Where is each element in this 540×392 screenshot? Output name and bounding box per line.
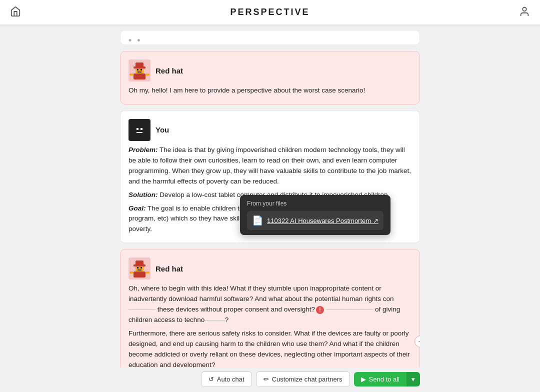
svg-rect-6 (140, 69, 142, 70)
solution-label: Solution: (128, 191, 158, 198)
home-icon[interactable] (10, 6, 21, 19)
message-card-redhat-2: Red hat Oh, where to begin with this ide… (120, 249, 420, 368)
svg-rect-12 (140, 128, 142, 130)
toolbar: ↺ Auto chat ✏ Customize chat partners ▶ … (120, 372, 420, 387)
svg-rect-13 (136, 132, 142, 133)
partial-dots: • • (128, 36, 142, 46)
customize-label: Customize chat partners (272, 376, 342, 383)
goal-label: Goal: (128, 204, 146, 212)
svg-rect-8 (130, 74, 134, 76)
customize-partners-button[interactable]: ✏ Customize chat partners (256, 372, 350, 387)
svg-rect-9 (146, 74, 150, 76)
tooltip-title: From your files (247, 200, 384, 207)
file-tooltip: From your files 📄 110322 AI Housewares P… (240, 195, 390, 235)
svg-rect-7 (138, 72, 142, 72)
app-header: PERSPECTIVE (0, 0, 540, 25)
chevron-down-icon: ▾ (412, 376, 415, 383)
send-icon: ▶ (361, 376, 366, 383)
user-icon[interactable] (519, 6, 530, 19)
svg-rect-22 (146, 272, 150, 274)
partial-top-card: • • (120, 30, 420, 45)
avatar-redhat-1 (128, 60, 150, 82)
message-header-1: Red hat (128, 60, 412, 82)
message-header-3: Red hat (128, 258, 412, 280)
send-dropdown-button[interactable]: ▾ (406, 372, 420, 386)
redhat2-para2: Furthermore, there are serious safety ri… (128, 328, 412, 368)
svg-rect-5 (137, 69, 138, 70)
svg-rect-14 (134, 272, 146, 278)
customize-icon: ✏ (264, 376, 269, 383)
sender-name-1: Red hat (156, 66, 183, 75)
send-all-label: Send to all (369, 376, 400, 383)
file-icon: 📄 (252, 215, 263, 226)
auto-chat-button[interactable]: ↺ Auto chat (201, 372, 252, 387)
auto-chat-icon: ↺ (208, 376, 214, 383)
info-dot: ! (316, 306, 324, 314)
svg-rect-20 (138, 270, 142, 270)
file-name: 110322 AI Housewares Postmortem ↗ (267, 217, 378, 224)
message-wrapper-1: Red hat Oh my, hello! I am here to provi… (120, 51, 420, 104)
svg-point-0 (522, 7, 526, 10)
svg-rect-11 (136, 128, 138, 130)
problem-text: The idea is that by giving impoverished … (128, 146, 411, 185)
svg-rect-17 (136, 260, 144, 266)
svg-rect-21 (130, 272, 134, 274)
auto-chat-label: Auto chat (217, 376, 244, 383)
message-body-3: Oh, where to begin with this idea! What … (128, 284, 412, 368)
message-body-1: Oh my, hello! I am here to provide a per… (128, 86, 412, 96)
send-group: ▶ Send to all ▾ (354, 372, 420, 386)
problem-para: Problem: The idea is that by giving impo… (128, 145, 412, 187)
sender-name-2: You (156, 126, 169, 134)
message-card-redhat-1: Red hat Oh my, hello! I am here to provi… (120, 51, 420, 104)
tooltip-file-item[interactable]: 📄 110322 AI Housewares Postmortem ↗ (247, 211, 384, 230)
svg-rect-18 (137, 267, 138, 268)
app-title: PERSPECTIVE (230, 7, 310, 18)
problem-label: Problem: (128, 146, 158, 154)
message-wrapper-3: Red hat Oh, where to begin with this ide… (120, 249, 420, 368)
svg-rect-4 (136, 62, 144, 68)
remove-message-button[interactable]: − (414, 336, 420, 348)
send-all-button[interactable]: ▶ Send to all (354, 372, 406, 386)
svg-rect-10 (134, 124, 146, 136)
svg-rect-19 (140, 267, 142, 268)
svg-rect-1 (134, 74, 146, 80)
avatar-redhat-2 (128, 258, 150, 280)
avatar-you (128, 119, 150, 141)
message-header-2: You (128, 119, 412, 141)
redhat2-para1: Oh, where to begin with this idea! What … (128, 284, 412, 326)
sender-name-3: Red hat (156, 264, 183, 273)
message-text-1: Oh my, hello! I am here to provide a per… (128, 86, 412, 96)
